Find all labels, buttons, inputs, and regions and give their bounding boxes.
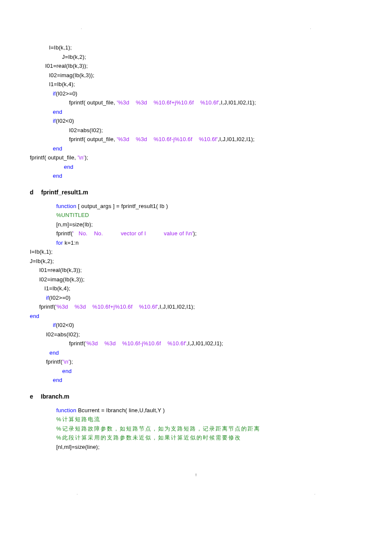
code-line: end xyxy=(53,172,362,180)
code-line: fprintf( output_file, '\n'); xyxy=(30,153,362,162)
section-heading-d: dfprintf_result1.m xyxy=(30,188,362,197)
code-line: for k=1:n xyxy=(56,239,362,247)
page-header-dots: . . xyxy=(30,26,362,31)
code-line: end xyxy=(30,312,362,321)
code-line: fprintf('\n'); xyxy=(46,358,362,366)
code-line: %UNTITLED xyxy=(56,211,362,220)
code-line: fprintf( output_file, '%3d %3d %10.6f+j%… xyxy=(69,98,362,107)
code-line: end xyxy=(53,108,362,116)
page-footer-dots: . . xyxy=(30,491,362,496)
code-line: J=Ib(k,2); xyxy=(49,53,362,61)
code-line: fprintf('%3d %3d %10.6f-j%10.6f %10.6f',… xyxy=(69,339,362,348)
code-line: function Bcurrent = Ibranch( line,U,faul… xyxy=(56,406,362,415)
code-line: I02=abs(I02); xyxy=(69,126,362,135)
code-line: end xyxy=(49,349,362,357)
page-footer: ! xyxy=(30,472,362,478)
code-line: I1=Ib(k,4); xyxy=(49,80,362,89)
code-line: I01=real(Ib(k,3)); xyxy=(39,266,362,275)
heading-label: d xyxy=(30,189,34,196)
code-line: I01=real(Ib(k,3)); xyxy=(45,62,362,70)
code-line: I1=Ib(k,4); xyxy=(44,284,362,293)
code-line: [nl,ml]=size(line); xyxy=(56,443,362,451)
code-line: if(I02<0) xyxy=(53,321,362,330)
code-line: I02=imag(Ib(k,3)); xyxy=(39,275,362,284)
code-line: %记录短路故障参数，如短路节点，如为支路短路，记录距离节点的距离 xyxy=(56,425,362,433)
code-line: fprintf(' No. No. vector of I value of I… xyxy=(56,229,362,238)
heading-label: e xyxy=(30,393,33,400)
code-line: J=Ib(k,2); xyxy=(30,257,362,266)
dot-left: . xyxy=(81,26,82,31)
code-line: I=Ib(k,1); xyxy=(49,43,362,52)
code-line: %计算短路电流 xyxy=(56,415,362,424)
code-block-a: I=Ib(k,1); J=Ib(k,2); I01=real(Ib(k,3));… xyxy=(30,43,362,180)
code-line: end xyxy=(64,163,362,171)
code-block-e: function Bcurrent = Ibranch( line,U,faul… xyxy=(30,406,362,451)
code-line: if(I02>=0) xyxy=(46,294,362,302)
code-line: I02=imag(Ib(k,3)); xyxy=(49,71,362,80)
code-line: end xyxy=(53,145,362,153)
code-line: I02=abs(I02); xyxy=(46,330,362,339)
code-line: fprintf( output_file, '%3d %3d %10.6f-j%… xyxy=(69,135,362,144)
code-line: [n,m]=size(Ib); xyxy=(56,220,362,229)
heading-name: fprintf_result1.m xyxy=(41,189,88,196)
code-block-d: function [ output_args ] = fprintf_resul… xyxy=(30,202,362,384)
code-line: I=Ib(k,1); xyxy=(30,248,362,256)
code-line: %此段计算采用的支路参数未近似，如果计算近似的时候需要修改 xyxy=(56,434,362,442)
code-line: if(I02>=0) xyxy=(53,90,362,98)
section-heading-e: eIbranch.m xyxy=(30,392,362,401)
code-line: end xyxy=(62,367,362,376)
heading-name: Ibranch.m xyxy=(41,393,69,400)
code-line: function [ output_args ] = fprintf_resul… xyxy=(56,202,362,211)
dot-right: . xyxy=(314,491,315,496)
code-line: fprintf('%3d %3d %10.6f+j%10.6f %10.6f',… xyxy=(39,303,362,311)
dot-right: . xyxy=(310,26,311,31)
code-line: end xyxy=(53,376,362,384)
code-line: if(I02<0) xyxy=(53,117,362,125)
dot-left: . xyxy=(77,491,78,496)
